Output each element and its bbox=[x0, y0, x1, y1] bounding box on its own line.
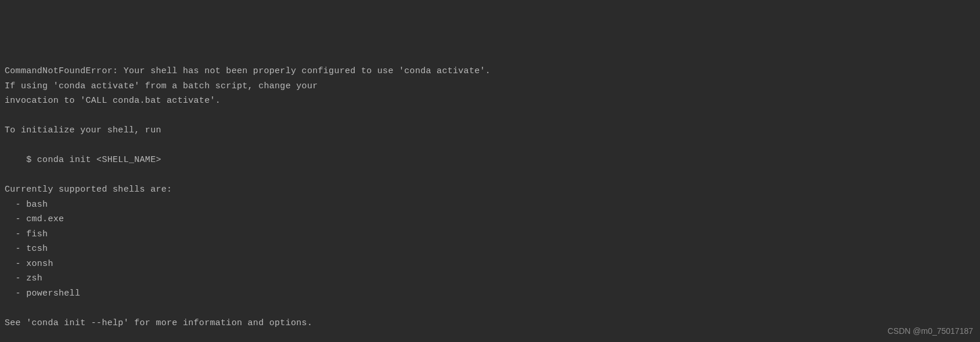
terminal-line: - zsh bbox=[5, 273, 42, 283]
watermark-text: CSDN @m0_75017187 bbox=[888, 325, 973, 339]
terminal-output[interactable]: CommandNotFoundError: Your shell has not… bbox=[5, 64, 975, 342]
terminal-line: If using 'conda activate' from a batch s… bbox=[5, 81, 318, 91]
terminal-line: - cmd.exe bbox=[5, 214, 64, 224]
terminal-line: $ conda init <SHELL_NAME> bbox=[5, 155, 161, 165]
terminal-line: - bash bbox=[5, 200, 48, 210]
terminal-line: To initialize your shell, run bbox=[5, 125, 161, 135]
terminal-line: - powershell bbox=[5, 289, 80, 298]
terminal-line: Currently supported shells are: bbox=[5, 185, 172, 195]
terminal-line: CommandNotFoundError: Your shell has not… bbox=[5, 66, 491, 76]
terminal-line: - tcsh bbox=[5, 244, 48, 254]
terminal-line: - fish bbox=[5, 229, 48, 239]
terminal-line: See 'conda init --help' for more informa… bbox=[5, 318, 312, 328]
terminal-line: - xonsh bbox=[5, 259, 53, 269]
terminal-line: invocation to 'CALL conda.bat activate'. bbox=[5, 96, 221, 106]
